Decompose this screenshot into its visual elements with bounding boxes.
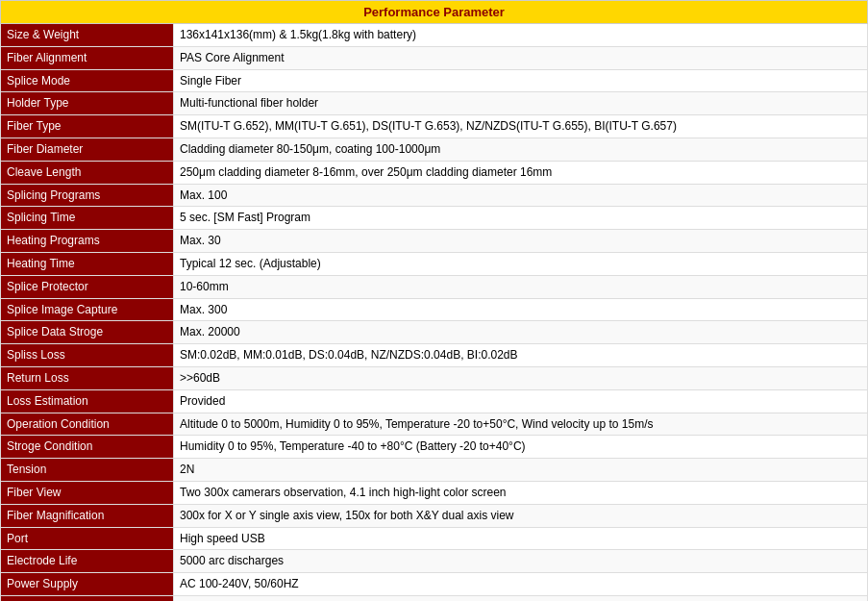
param-label: Splicing Programs — [1, 184, 174, 207]
performance-table: Performance Parameter Size & Weight136x1… — [0, 0, 868, 601]
param-value: Max. 30 — [174, 230, 868, 253]
table-row: Splice Data StrogeMax. 20000 — [1, 321, 868, 344]
table-row: Splice ModeSingle Fiber — [1, 69, 868, 92]
table-row: Heating ProgramsMax. 30 — [1, 230, 868, 253]
param-value: Multi-functional fiber holder — [174, 92, 868, 115]
param-value: 136x141x136(mm) & 1.5kg(1.8kg with batte… — [174, 24, 868, 47]
table-row: Stroge ConditionHumidity 0 to 95%, Tempe… — [1, 436, 868, 459]
table-row: Operation ConditionAltitude 0 to 5000m, … — [1, 413, 868, 436]
table-row: Splice Protector10-60mm — [1, 275, 868, 298]
table-row: Fiber DiameterCladding diameter 80-150μm… — [1, 138, 868, 161]
table-row: Heating TimeTypical 12 sec. (Adjustable) — [1, 252, 868, 275]
param-label: Fiber Diameter — [1, 138, 174, 161]
param-value: Two 300x camerars observation, 4.1 inch … — [174, 481, 868, 504]
table-header: Performance Parameter — [1, 1, 868, 24]
table-row: Fiber AlignmentPAS Core Alignment — [1, 46, 868, 69]
param-label: Heating Time — [1, 252, 174, 275]
param-label: Heating Programs — [1, 230, 174, 253]
param-label: Splice Image Capture — [1, 298, 174, 321]
param-label: Splice Protector — [1, 275, 174, 298]
table-row: Splicing Time5 sec. [SM Fast] Program — [1, 207, 868, 230]
param-value: Humidity 0 to 95%, Temperature -40 to +8… — [174, 436, 868, 459]
param-value: >>60dB — [174, 366, 868, 389]
param-value: 10-60mm — [174, 275, 868, 298]
param-value: 5000 arc discharges — [174, 550, 868, 573]
param-value: Typical 12 sec. (Adjustable) — [174, 252, 868, 275]
param-value: SM(ITU-T G.652), MM(ITU-T G.651), DS(ITU… — [174, 115, 868, 138]
param-value: AC 100-240V, 50/60HZ — [174, 573, 868, 596]
param-label: Port — [1, 527, 174, 550]
param-value: Altitude 0 to 5000m, Humidity 0 to 95%, … — [174, 413, 868, 436]
table-row: Fiber TypeSM(ITU-T G.652), MM(ITU-T G.65… — [1, 115, 868, 138]
param-label: Return Loss — [1, 366, 174, 389]
param-label: Holder Type — [1, 92, 174, 115]
table-row: Fiber ViewTwo 300x camerars observation,… — [1, 481, 868, 504]
param-value: Single Fiber — [174, 69, 868, 92]
param-label: Fiber View — [1, 481, 174, 504]
param-value: SM:0.02dB, MM:0.01dB, DS:0.04dB, NZ/NZDS… — [174, 344, 868, 367]
table-row: Fiber Magnification300x for X or Y singl… — [1, 504, 868, 527]
param-value: Provided — [174, 389, 868, 413]
param-value: 250μm cladding diameter 8-16mm, over 250… — [174, 161, 868, 184]
param-value: High speed USB — [174, 527, 868, 550]
param-label: Fiber Type — [1, 115, 174, 138]
param-value: Max. 300 — [174, 298, 868, 321]
table-row: Spliss LossSM:0.02dB, MM:0.01dB, DS:0.04… — [1, 344, 868, 367]
param-label: Fiber Magnification — [1, 504, 174, 527]
param-value: PAS Core Alignment — [174, 46, 868, 69]
param-label: Splicing Time — [1, 207, 174, 230]
param-label: Loss Estimation — [1, 389, 174, 413]
param-label: Electrode Life — [1, 550, 174, 573]
param-label: Size & Weight — [1, 24, 174, 47]
param-value: Cladding diameter 80-150μm, coating 100-… — [174, 138, 868, 161]
param-label: Battery Parameters — [1, 595, 174, 601]
param-value: 300x for X or Y single axis view, 150x f… — [174, 504, 868, 527]
table-row: Holder TypeMulti-functional fiber holder — [1, 92, 868, 115]
param-label: Splice Mode — [1, 69, 174, 92]
table-row: Cleave Length250μm cladding diameter 8-1… — [1, 161, 868, 184]
table-row: Power SupplyAC 100-240V, 50/60HZ — [1, 573, 868, 596]
table-row: Splice Image CaptureMax. 300 — [1, 298, 868, 321]
table-row: Battery Parameters4000mAH High capacity … — [1, 595, 868, 601]
param-label: Splice Data Stroge — [1, 321, 174, 344]
param-value: Max. 20000 — [174, 321, 868, 344]
param-label: Stroge Condition — [1, 436, 174, 459]
param-value: 4000mAH High capacity battery, more than… — [174, 595, 868, 601]
param-value: Max. 100 — [174, 184, 868, 207]
param-value: 2N — [174, 459, 868, 482]
table-row: Electrode Life5000 arc discharges — [1, 550, 868, 573]
table-title: Performance Parameter — [1, 1, 868, 24]
param-label: Operation Condition — [1, 413, 174, 436]
table-row: Splicing ProgramsMax. 100 — [1, 184, 868, 207]
param-label: Tension — [1, 459, 174, 482]
param-label: Spliss Loss — [1, 344, 174, 367]
param-value: 5 sec. [SM Fast] Program — [174, 207, 868, 230]
table-row: PortHigh speed USB — [1, 527, 868, 550]
table-row: Size & Weight136x141x136(mm) & 1.5kg(1.8… — [1, 24, 868, 47]
table-row: Tension2N — [1, 459, 868, 482]
table-row: Loss EstimationProvided — [1, 389, 868, 413]
param-label: Cleave Length — [1, 161, 174, 184]
param-label: Power Supply — [1, 573, 174, 596]
param-label: Fiber Alignment — [1, 46, 174, 69]
table-row: Return Loss>>60dB — [1, 366, 868, 389]
